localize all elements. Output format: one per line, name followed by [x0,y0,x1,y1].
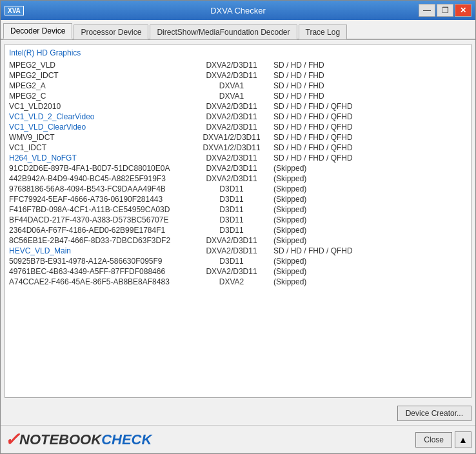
restore-button[interactable]: ❒ [437,4,453,17]
row-api: DXVA2/D3D11 [190,267,273,276]
row-resolution: SD / HD / FHD [273,92,324,101]
table-row: MPEG2_ADXVA1SD / HD / FHD [9,81,467,91]
row-resolution: (Skipped) [273,236,306,245]
table-row: A74CCAE2-F466-45AE-86F5-AB8BE8AF8483DXVA… [9,277,467,287]
close-button[interactable]: Close [415,432,452,448]
row-api: DXVA2/D3D11 [190,71,273,80]
tab-directshow[interactable]: DirectShow/MediaFoundation Decoder [150,25,297,39]
row-api: D3D11 [190,205,273,214]
row-resolution: (Skipped) [273,215,306,224]
row-name: A74CCAE2-F466-45AE-86F5-AB8BE8AF8483 [9,277,190,286]
row-api: D3D11 [190,215,273,224]
row-api: D3D11 [190,226,273,235]
tab-decoder-device[interactable]: Decoder Device [3,23,72,39]
row-name: MPEG2_A [9,81,190,90]
row-resolution: (Skipped) [273,226,306,235]
row-resolution: SD / HD / FHD / QFHD [273,133,353,142]
row-name: MPEG2_C [9,92,190,101]
scroll-up-button[interactable]: ▲ [455,431,471,448]
row-api: DXVA2/D3D11 [190,236,273,245]
row-name: 97688186-56A8-4094-B543-FC9DAAA49F4B [9,184,190,193]
row-name: MPEG2_VLD [9,61,190,70]
row-api: DXVA2/D3D11 [190,123,273,132]
app-logo: XVA [5,6,24,15]
row-resolution: (Skipped) [273,267,306,276]
row-api: D3D11 [190,257,273,266]
table-row: MPEG2_VLDDXVA2/D3D11SD / HD / FHD [9,60,467,70]
title-bar-left: XVA [5,6,24,15]
row-api: DXVA2/D3D11 [190,112,273,121]
row-resolution: (Skipped) [273,277,306,286]
minimize-button[interactable]: — [419,4,435,17]
row-api: DXVA1/2/D3D11 [190,133,273,142]
table-row: FFC79924-5EAF-4666-A736-06190F281443D3D1… [9,194,467,204]
row-api: DXVA2/D3D11 [190,246,273,255]
table-row: MPEG2_IDCTDXVA2/D3D11SD / HD / FHD [9,70,467,81]
row-resolution: SD / HD / FHD / QFHD [273,153,353,163]
table-row: 97688186-56A8-4094-B543-FC9DAAA49F4BD3D1… [9,184,467,194]
row-name: 91CD2D6E-897B-4FA1-B0D7-51DC88010E0A [9,164,190,173]
close-window-button[interactable]: ✕ [455,4,471,17]
row-api: DXVA1 [190,81,273,90]
row-api: DXVA2/D3D11 [190,153,273,163]
table-row: BF44DACD-217F-4370-A383-D573BC56707ED3D1… [9,215,467,225]
table-row: HEVC_VLD_MainDXVA2/D3D11SD / HD / FHD / … [9,246,467,256]
row-resolution: (Skipped) [273,195,306,204]
row-name: HEVC_VLD_Main [9,246,190,255]
footer-bar: ✓ NOTEBOOK CHECK Close ▲ [1,425,475,453]
table-row: 442B942A-B4D9-4940-BC45-A882E5F919F3DXVA… [9,173,467,184]
logo-v-icon: ✓ [5,431,19,449]
table-row: WMV9_IDCTDXVA1/2/D3D11SD / HD / FHD / QF… [9,132,467,143]
row-resolution: (Skipped) [273,184,306,193]
table-row: 50925B7B-E931-4978-A12A-586630F095F9D3D1… [9,256,467,266]
row-resolution: SD / HD / FHD / QFHD [273,246,353,255]
row-name: F416F7BD-098A-4CF1-A11B-CE54959CA03D [9,205,190,214]
row-api: DXVA2/D3D11 [190,174,273,183]
row-name: 49761BEC-4B63-4349-A5FF-87FFDF088466 [9,267,190,276]
row-name: FFC79924-5EAF-4666-A736-06190F281443 [9,195,190,204]
main-window: XVA DXVA Checker — ❒ ✕ Decoder Device Pr… [0,0,476,454]
device-creator-button[interactable]: Device Creator... [397,406,471,421]
row-api: D3D11 [190,184,273,193]
footer-right: Close ▲ [415,431,471,448]
row-name: VC1_VLD2010 [9,102,190,111]
window-title: DXVA Checker [210,6,266,15]
row-api: DXVA1 [190,92,273,101]
row-name: 2364D06A-F67F-4186-AED0-62B99E1784F1 [9,226,190,235]
row-name: WMV9_IDCT [9,133,190,142]
row-resolution: (Skipped) [273,164,306,173]
row-resolution: (Skipped) [273,257,306,266]
row-resolution: SD / HD / FHD / QFHD [273,112,353,121]
table-row: MPEG2_CDXVA1SD / HD / FHD [9,91,467,101]
row-api: DXVA2/D3D11 [190,164,273,173]
row-api: DXVA1/2/D3D11 [190,143,273,152]
table-row: 49761BEC-4B63-4349-A5FF-87FFDF088466DXVA… [9,266,467,277]
row-resolution: (Skipped) [273,174,306,183]
row-resolution: SD / HD / FHD [273,71,324,80]
tab-bar: Decoder Device Processor Device DirectSh… [1,20,475,40]
row-resolution: (Skipped) [273,205,306,214]
table-row: VC1_VLD2010DXVA2/D3D11SD / HD / FHD / QF… [9,101,467,112]
device-header: Intel(R) HD Graphics [9,47,467,60]
row-name: MPEG2_IDCT [9,71,190,80]
row-api: DXVA2/D3D11 [190,102,273,111]
tab-trace-log[interactable]: Trace Log [299,25,348,39]
table-row: VC1_VLD_2_ClearVideoDXVA2/D3D11SD / HD /… [9,112,467,122]
row-name: VC1_VLD_2_ClearVideo [9,112,190,121]
table-row: 8C56EB1E-2B47-466F-8D33-7DBCD63F3DF2DXVA… [9,235,467,246]
row-resolution: SD / HD / FHD [273,61,324,70]
table-row: 91CD2D6E-897B-4FA1-B0D7-51DC88010E0ADXVA… [9,163,467,173]
table-row: H264_VLD_NoFGTDXVA2/D3D11SD / HD / FHD /… [9,153,467,163]
row-resolution: SD / HD / FHD / QFHD [273,123,353,132]
row-resolution: SD / HD / FHD / QFHD [273,143,353,152]
table-row: 2364D06A-F67F-4186-AED0-62B99E1784F1D3D1… [9,225,467,235]
title-bar: XVA DXVA Checker — ❒ ✕ [1,1,475,20]
table-row: VC1_IDCTDXVA1/2/D3D11SD / HD / FHD / QFH… [9,143,467,153]
row-name: 8C56EB1E-2B47-466F-8D33-7DBCD63F3DF2 [9,236,190,245]
row-resolution: SD / HD / FHD [273,81,324,90]
row-name: H264_VLD_NoFGT [9,153,190,163]
tab-processor-device[interactable]: Processor Device [74,25,148,39]
row-api: D3D11 [190,195,273,204]
content-area: Intel(R) HD Graphics MPEG2_VLDDXVA2/D3D1… [1,40,475,402]
device-list[interactable]: Intel(R) HD Graphics MPEG2_VLDDXVA2/D3D1… [5,44,471,398]
